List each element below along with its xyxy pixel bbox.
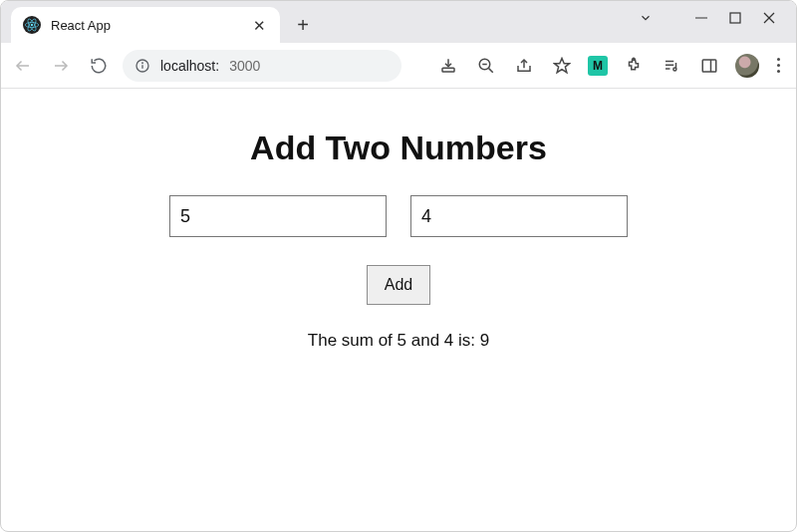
bookmark-star-icon[interactable] [550, 54, 574, 78]
browser-tab[interactable]: React App ✕ [11, 7, 280, 43]
back-icon[interactable] [9, 52, 37, 80]
svg-point-23 [673, 67, 676, 70]
share-icon[interactable] [512, 54, 536, 78]
profile-avatar[interactable] [735, 54, 759, 78]
svg-rect-24 [702, 60, 716, 72]
reload-icon[interactable] [85, 52, 113, 80]
site-info-icon[interactable] [134, 58, 150, 74]
maximize-icon[interactable] [728, 11, 742, 25]
add-button[interactable]: Add [367, 265, 430, 305]
page-heading: Add Two Numbers [250, 129, 547, 167]
forward-icon[interactable] [47, 52, 75, 80]
tab-title: React App [51, 18, 250, 33]
browser-toolbar: localhost:3000 M [1, 43, 796, 89]
close-tab-icon[interactable]: ✕ [250, 18, 268, 33]
extension-medium-icon[interactable]: M [588, 56, 608, 76]
svg-point-0 [31, 24, 33, 26]
number-input-1[interactable] [169, 195, 387, 237]
result-text: The sum of 5 and 4 is: 9 [308, 331, 489, 351]
inputs-row [169, 195, 628, 237]
close-window-icon[interactable] [762, 11, 776, 25]
svg-rect-13 [442, 68, 454, 72]
minimize-icon[interactable] [694, 11, 708, 25]
svg-marker-18 [555, 58, 570, 72]
window-titlebar: React App ✕ + [1, 1, 796, 43]
menu-kebab-icon[interactable] [773, 58, 784, 73]
extensions-puzzle-icon[interactable] [622, 54, 646, 78]
react-favicon [23, 16, 41, 34]
tab-search-icon[interactable] [639, 11, 653, 25]
side-panel-icon[interactable] [697, 54, 721, 78]
downloads-icon[interactable] [436, 54, 460, 78]
svg-line-15 [489, 68, 493, 72]
zoom-out-icon[interactable] [474, 54, 498, 78]
playlist-icon[interactable] [660, 54, 683, 78]
svg-rect-5 [730, 13, 740, 23]
window-controls [623, 1, 792, 35]
svg-point-12 [142, 63, 143, 64]
url-port: 3000 [229, 58, 260, 74]
page-content: Add Two Numbers Add The sum of 5 and 4 i… [1, 89, 796, 532]
url-host: localhost: [160, 58, 219, 74]
new-tab-button[interactable]: + [288, 10, 318, 40]
address-bar[interactable]: localhost:3000 [123, 50, 401, 82]
number-input-2[interactable] [410, 195, 628, 237]
